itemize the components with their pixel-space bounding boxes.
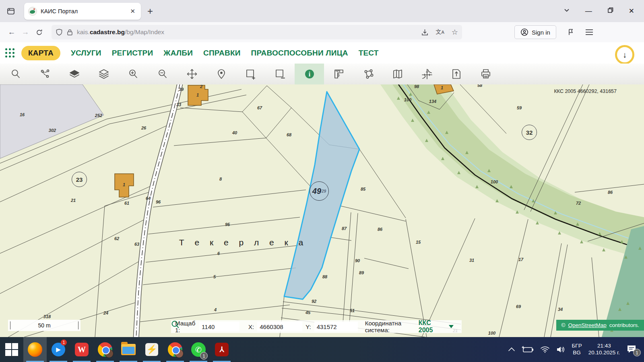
battery-icon[interactable] <box>522 346 534 353</box>
scale-input[interactable] <box>199 322 239 331</box>
info-tool-icon[interactable]: i <box>295 64 324 84</box>
taskbar-file-explorer-icon[interactable] <box>117 337 140 362</box>
map-canvas[interactable]: 1630225226393321232116164966263318246740… <box>0 84 644 337</box>
parcel-label: 4 <box>214 307 217 312</box>
x-coordinate-input[interactable] <box>257 322 302 331</box>
taskbar-firefox-icon[interactable] <box>23 337 47 362</box>
taskbar-chrome2-icon[interactable] <box>163 337 187 362</box>
browser-tab-strip: КАИС Портал ✕ + — ✕ <box>0 0 644 22</box>
measure-tool-icon[interactable] <box>324 64 353 84</box>
extensions-icon[interactable] <box>567 28 575 36</box>
zoom-out-tool-icon[interactable] <box>148 64 177 84</box>
shield-icon <box>56 29 63 36</box>
downloads-icon[interactable] <box>421 29 429 36</box>
parcel-label: 34 <box>558 307 563 312</box>
parcel-label: 62 <box>114 236 119 241</box>
parcel-label: 59 <box>517 105 522 110</box>
sign-in-button[interactable]: Sign in <box>514 25 556 39</box>
parcel-label: 100 <box>491 179 498 184</box>
y-coordinate-input[interactable] <box>314 322 358 331</box>
select-subtract-tool-icon[interactable] <box>265 64 295 84</box>
export-tool-icon[interactable] <box>442 64 471 84</box>
parcel-label: 67 <box>257 105 262 110</box>
nav-item-5[interactable]: ПРАВОСПОСОБНИ ЛИЦА <box>251 49 348 58</box>
parcel-label: 15 <box>416 240 421 245</box>
crs-dropdown-caret-icon[interactable] <box>449 325 454 328</box>
map-attribution: © OpenStreetMap contributors. <box>556 320 644 331</box>
parcel-label: 134 <box>429 99 436 104</box>
volume-icon[interactable] <box>556 346 565 353</box>
browser-tab[interactable]: КАИС Портал ✕ <box>24 3 141 20</box>
parcel-label: 1 <box>123 182 125 187</box>
parcel-label: 89 <box>359 270 364 275</box>
browser-address-bar: ← → kais.cadastre.bg/bg/Map/Index 文A ☆ S… <box>0 22 644 43</box>
nav-item-4[interactable]: СПРАВКИ <box>203 49 240 58</box>
parcel-label: 318 <box>43 314 51 319</box>
taskbar-media-player-icon[interactable]: ▶1 <box>47 337 70 362</box>
clock[interactable]: 21:4320.10.2025 г. <box>588 343 620 356</box>
reload-button[interactable] <box>32 25 46 39</box>
map-tool-icon[interactable] <box>383 64 412 84</box>
parcel-label: 32 <box>522 125 537 140</box>
tab-list-chevron-icon[interactable] <box>564 7 570 15</box>
nav-item-2[interactable]: РЕГИСТРИ <box>112 49 153 58</box>
nav-item-6[interactable]: ТЕСТ <box>359 49 379 58</box>
notification-center-icon[interactable]: 1 <box>626 344 638 355</box>
back-button[interactable]: ← <box>5 25 19 39</box>
window-close-button[interactable]: ✕ <box>629 7 634 15</box>
app-grid-icon[interactable] <box>5 48 15 58</box>
svg-text:i: i <box>308 71 310 78</box>
language-indicator[interactable]: БГРBG <box>572 343 582 356</box>
pan-tool-icon[interactable] <box>177 64 206 84</box>
parcel-label: 87 <box>342 226 347 231</box>
lock-icon <box>67 29 73 36</box>
tab-close-icon[interactable]: ✕ <box>128 7 137 15</box>
parcel-label: 17 <box>518 257 523 262</box>
taskbar-whatsapp-icon[interactable]: ✆1 <box>187 337 210 362</box>
coordinate-search-icon[interactable] <box>171 320 180 329</box>
parcel-label: 63 <box>134 242 139 247</box>
menu-icon[interactable] <box>585 29 593 35</box>
window-minimize-button[interactable]: — <box>585 7 592 15</box>
bookmark-star-icon[interactable]: ☆ <box>452 28 458 37</box>
marker-tool-icon[interactable] <box>206 64 236 84</box>
parcel-label: 92 <box>312 299 316 304</box>
nav-item-0[interactable]: КАРТА <box>21 46 60 60</box>
nav-item-3[interactable]: ЖАЛБИ <box>163 49 193 58</box>
start-button[interactable] <box>0 337 23 362</box>
taskbar-acrobat-icon[interactable]: ⅄ <box>210 337 233 362</box>
route-tool-icon[interactable] <box>30 64 60 84</box>
taskbar-wps-office-icon[interactable]: W <box>70 337 93 362</box>
axes-tool-icon[interactable] <box>412 64 442 84</box>
translate-icon[interactable]: 文A <box>436 29 444 36</box>
parcel-label: 31 <box>469 258 474 263</box>
parcel-label: 1 <box>196 93 199 97</box>
parcel-label: 58 <box>477 84 482 88</box>
parcel-label: 8 <box>219 177 222 181</box>
firefox-view-icon[interactable] <box>5 5 17 17</box>
search-tool-icon[interactable] <box>1 64 30 84</box>
forward-button[interactable]: → <box>19 25 32 39</box>
parcel-label: 100 <box>404 97 411 102</box>
select-add-tool-icon[interactable] <box>236 64 265 84</box>
taskbar-winamp-icon[interactable]: ⚡ <box>140 337 163 362</box>
zoom-in-tool-icon[interactable] <box>118 64 148 84</box>
print-tool-icon[interactable] <box>471 64 500 84</box>
download-panel-button[interactable]: ↓ <box>615 45 634 64</box>
crs-select[interactable]: ККС 2005 <box>419 319 441 334</box>
osm-link[interactable]: OpenStreetMap <box>568 322 606 328</box>
parcel-label: 95 <box>225 222 230 227</box>
y-label: Y: <box>305 323 311 330</box>
nav-item-1[interactable]: УСЛУГИ <box>71 49 101 58</box>
parcel-label: 98 <box>414 84 419 89</box>
polygon-tool-icon[interactable] <box>353 64 383 84</box>
wifi-icon[interactable] <box>540 346 550 353</box>
window-restore-button[interactable] <box>607 7 613 15</box>
parcel-label: 88 <box>322 274 327 279</box>
layers-filled-icon[interactable] <box>60 64 89 84</box>
layers-icon[interactable] <box>89 64 118 84</box>
url-bar[interactable]: kais.cadastre.bg/bg/Map/Index 文A ☆ <box>52 25 462 39</box>
new-tab-button[interactable]: + <box>147 6 153 17</box>
taskbar-chrome-icon[interactable] <box>93 337 117 362</box>
tray-chevron-icon[interactable] <box>508 347 515 352</box>
